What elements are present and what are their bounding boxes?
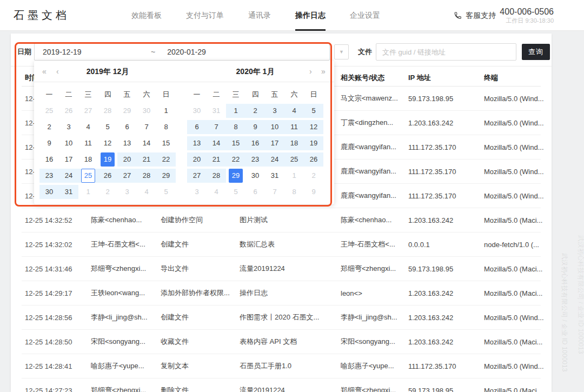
day-cell[interactable]: 26 — [59, 103, 78, 119]
day-cell[interactable]: 6 — [187, 119, 207, 135]
day-cell[interactable]: 31 — [59, 184, 78, 200]
day-cell[interactable]: 30 — [137, 103, 156, 119]
day-cell[interactable]: 8 — [226, 119, 245, 135]
day-cell[interactable]: 29 — [117, 103, 137, 119]
nav-tab-payments[interactable]: 支付与订单 — [186, 0, 224, 31]
day-cell[interactable]: 4 — [78, 119, 98, 135]
day-cell[interactable]: 8 — [156, 119, 176, 135]
day-cell[interactable]: 1 — [78, 184, 98, 200]
day-cell[interactable]: 13 — [117, 135, 137, 151]
day-cell[interactable]: 9 — [245, 119, 265, 135]
day-cell[interactable]: 14 — [207, 135, 226, 151]
day-cell[interactable]: 27 — [117, 168, 137, 184]
nav-tab-operation-log[interactable]: 操作日志 — [295, 0, 326, 31]
day-cell[interactable]: 19 — [304, 135, 323, 151]
day-cell[interactable]: 1 — [284, 168, 304, 184]
day-cell[interactable]: 29 — [226, 168, 245, 184]
day-cell[interactable]: 16 — [245, 135, 265, 151]
day-cell[interactable]: 27 — [78, 103, 98, 119]
day-cell[interactable]: 7 — [137, 119, 156, 135]
day-cell[interactable]: 5 — [226, 184, 245, 200]
day-cell[interactable]: 5 — [98, 119, 117, 135]
day-cell[interactable]: 2 — [304, 168, 323, 184]
day-cell[interactable]: 1 — [226, 103, 245, 119]
day-cell[interactable]: 23 — [39, 168, 59, 184]
day-cell[interactable]: 6 — [117, 119, 137, 135]
day-cell[interactable]: 13 — [187, 135, 207, 151]
date-range-input[interactable]: 2019-12-19 ~ 2020-01-29 — [34, 43, 330, 61]
day-cell[interactable]: 30 — [39, 184, 59, 200]
day-cell[interactable]: 28 — [207, 168, 226, 184]
day-cell[interactable]: 4 — [137, 184, 156, 200]
cell-account: 郑细弯<zhengxi... — [341, 378, 407, 392]
day-cell[interactable]: 26 — [98, 168, 117, 184]
day-cell[interactable]: 22 — [156, 151, 176, 168]
day-cell[interactable]: 30 — [245, 168, 265, 184]
day-cell[interactable]: 17 — [265, 135, 284, 151]
day-cell[interactable]: 21 — [207, 151, 226, 168]
day-cell[interactable]: 26 — [304, 151, 323, 168]
file-guid-input[interactable] — [376, 43, 516, 61]
day-cell[interactable]: 7 — [207, 119, 226, 135]
day-cell[interactable]: 11 — [284, 119, 304, 135]
day-cell[interactable]: 16 — [39, 151, 59, 168]
col-terminal: 终端 — [484, 69, 552, 86]
day-cell[interactable]: 20 — [117, 151, 137, 168]
day-cell[interactable]: 12 — [98, 135, 117, 151]
day-cell[interactable]: 23 — [245, 151, 265, 168]
day-cell[interactable]: 15 — [226, 135, 245, 151]
day-cell[interactable]: 28 — [137, 168, 156, 184]
day-cell[interactable]: 20 — [187, 151, 207, 168]
day-cell[interactable]: 15 — [156, 135, 176, 151]
next-year-icon[interactable]: » — [321, 61, 326, 82]
day-cell[interactable]: 28 — [98, 103, 117, 119]
day-cell[interactable]: 7 — [265, 184, 284, 200]
day-cell[interactable]: 29 — [156, 168, 176, 184]
day-cell[interactable]: 2 — [245, 103, 265, 119]
date-preset-select[interactable]: ▼ — [334, 44, 349, 59]
day-cell[interactable]: 3 — [117, 184, 137, 200]
day-cell[interactable]: 5 — [156, 184, 176, 200]
day-cell[interactable]: 22 — [226, 151, 245, 168]
day-cell[interactable]: 10 — [59, 135, 78, 151]
next-month-icon[interactable]: › — [309, 61, 312, 82]
day-cell[interactable]: 30 — [187, 103, 207, 119]
day-cell[interactable]: 1 — [156, 103, 176, 119]
day-cell[interactable]: 4 — [284, 103, 304, 119]
day-cell[interactable]: 9 — [39, 135, 59, 151]
day-cell[interactable]: 24 — [59, 168, 78, 184]
day-cell[interactable]: 6 — [245, 184, 265, 200]
nav-tab-dashboard[interactable]: 效能看板 — [131, 0, 162, 31]
day-cell[interactable]: 8 — [284, 184, 304, 200]
day-cell[interactable]: 19 — [98, 151, 117, 168]
day-cell[interactable]: 2 — [39, 119, 59, 135]
day-cell[interactable]: 3 — [265, 103, 284, 119]
day-cell[interactable]: 2 — [98, 184, 117, 200]
day-cell[interactable]: 24 — [265, 151, 284, 168]
day-cell[interactable]: 4 — [207, 184, 226, 200]
day-cell[interactable]: 3 — [187, 184, 207, 200]
date-start-value[interactable]: 2019-12-19 — [43, 48, 151, 56]
day-cell[interactable]: 9 — [304, 184, 323, 200]
day-cell[interactable]: 14 — [137, 135, 156, 151]
day-cell[interactable]: 25 — [78, 168, 98, 184]
nav-tab-contacts[interactable]: 通讯录 — [248, 0, 271, 31]
day-cell[interactable]: 17 — [59, 151, 78, 168]
day-cell[interactable]: 25 — [39, 103, 59, 119]
day-cell[interactable]: 31 — [265, 168, 284, 184]
day-cell[interactable]: 12 — [304, 119, 323, 135]
day-cell[interactable]: 25 — [284, 151, 304, 168]
day-cell[interactable]: 10 — [265, 119, 284, 135]
weekday-row: 一二三四五六日 — [187, 87, 323, 103]
day-cell[interactable]: 18 — [78, 151, 98, 168]
day-cell[interactable]: 11 — [78, 135, 98, 151]
query-button[interactable]: 查询 — [522, 44, 550, 60]
day-cell[interactable]: 3 — [59, 119, 78, 135]
day-cell[interactable]: 31 — [207, 103, 226, 119]
day-cell[interactable]: 21 — [137, 151, 156, 168]
day-cell[interactable]: 27 — [187, 168, 207, 184]
date-end-value[interactable]: 2020-01-29 — [167, 48, 206, 56]
day-cell[interactable]: 5 — [304, 103, 323, 119]
nav-tab-enterprise-settings[interactable]: 企业设置 — [350, 0, 380, 31]
day-cell[interactable]: 18 — [284, 135, 304, 151]
